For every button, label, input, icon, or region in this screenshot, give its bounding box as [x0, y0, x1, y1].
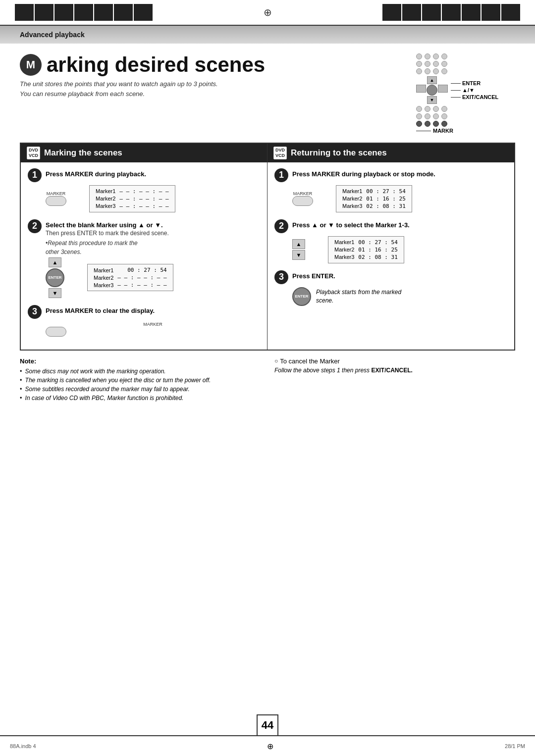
remote-btn: [416, 61, 422, 67]
ret-marker2-label: Marker2: [340, 195, 364, 202]
ret-step2-number: 2: [274, 219, 288, 233]
cancel-text: Follow the above steps 1 then press EXIT…: [274, 367, 515, 374]
remote-arrow-label-row: ▲/▼: [451, 87, 498, 93]
remote-nav-area: ▲ ▼ ENTER ▲/▼: [416, 76, 515, 104]
step1-marker-button-area: MARKER Marker1 — — : — — : — — Marker2 —…: [28, 185, 260, 212]
remote-labels: ENTER ▲/▼ EXIT/CANCEL: [451, 80, 498, 100]
remote-left-btn: [416, 85, 426, 93]
remote-buttons-bottom: [416, 106, 515, 127]
header-band: Advanced playback: [0, 26, 535, 44]
instruction-columns: DVDVCD Marking the scenes 1 Press MARKER…: [20, 143, 515, 351]
marker3-label: Marker3: [94, 202, 117, 210]
note-item-2: The marking is cancelled when you eject …: [20, 376, 261, 385]
marking-step2: 2 Select the blank Marker using ▲ or ▼. …: [28, 219, 260, 298]
top-bar-blocks-left: [0, 4, 153, 21]
ret-s2-marker2-value: 01 : 16 : 25: [356, 246, 399, 253]
label-line: [451, 97, 461, 98]
marking-step1: 1 Press MARKER during playback. MARKER M…: [28, 168, 260, 212]
label-line: [451, 83, 461, 84]
marker1-row: Marker1 00 : 27 : 54: [92, 266, 169, 274]
remote-btn: [433, 113, 439, 119]
note-col: Note: Some discs may not work with the m…: [20, 357, 268, 403]
cancel-title: ○ To cancel the Marker: [274, 357, 515, 365]
ret-step3-controls: ENTER Playback starts from the markedsce…: [292, 287, 507, 306]
down-arrow-btn: ▼: [49, 288, 61, 298]
ret-s2-marker1-value: 00 : 27 : 54: [356, 239, 399, 246]
remote-btn: [416, 53, 422, 59]
marker2-value: — — : — — : — —: [117, 195, 170, 202]
note-item-4: In case of Video CD with PBC, Marker fun…: [20, 394, 261, 403]
remote-btn: [433, 61, 439, 67]
remote-btn-dark: [416, 121, 422, 127]
remote-btn: [425, 61, 430, 67]
step3-header: 3 Press MARKER to clear the display.: [28, 305, 260, 319]
enter-btn: ENTER: [46, 268, 64, 287]
title-text: arking desired scenes: [47, 53, 265, 76]
ret-marker1-label: Marker1: [340, 188, 364, 195]
ret-marker1-value: 00 : 27 : 54: [364, 188, 407, 195]
top-bar-block: [94, 4, 113, 21]
top-bar-block: [134, 4, 153, 21]
remote-btn: [441, 68, 447, 74]
markr-label: MARKR: [433, 128, 453, 134]
ret-s2-marker3-value: 02 : 08 : 31: [356, 253, 399, 261]
top-bar-block: [35, 4, 54, 21]
main-content: M arking desired scenes The unit stores …: [0, 44, 535, 412]
remote-btn: [433, 68, 439, 74]
remote-btn: [425, 113, 430, 119]
top-bar-block: [114, 4, 133, 21]
marking-col: DVDVCD Marking the scenes 1 Press MARKER…: [21, 144, 268, 350]
dvd-badge-marking: DVDVCD: [27, 147, 40, 159]
bottom-right-text: 28/1 PM: [505, 743, 525, 749]
remote-btn: [441, 106, 447, 112]
remote-btn: [441, 61, 447, 67]
title-subtitle: The unit stores the points that you want…: [20, 79, 406, 99]
top-bar-block: [422, 4, 441, 21]
ret-step3-text: Press ENTER.: [292, 270, 335, 281]
remote-btn-dark: [425, 121, 430, 127]
markr-label-row: MARKR: [416, 128, 515, 134]
note-title: Note:: [20, 357, 261, 365]
step2-texts: Select the blank Marker using ▲ or ▼. Th…: [46, 219, 169, 237]
note-item-3: Some subtitles recorded around the marke…: [20, 385, 261, 394]
step2-marker-display: Marker1 00 : 27 : 54 Marker2 — — : — — :…: [87, 264, 173, 291]
ret-s2-marker3-label: Marker3: [332, 253, 356, 261]
note-item-4-text: In case of Video CD with PBC, Marker fun…: [25, 395, 184, 402]
exit-label: EXIT/CANCEL: [462, 94, 498, 100]
remote-btn: [416, 113, 422, 119]
ret-marker3-label: Marker3: [340, 202, 364, 210]
step2-header: 2 Select the blank Marker using ▲ or ▼. …: [28, 219, 260, 237]
step1-marker-display: Marker1 — — : — — : — — Marker2 — — : — …: [89, 185, 175, 212]
ret-marker2-row: Marker2 01 : 16 : 25: [340, 195, 408, 202]
ret-s2-marker1-label: Marker1: [332, 239, 356, 246]
ret-step2-arrows: ▲ ▼: [292, 239, 305, 260]
remote-down-btn: ▼: [427, 96, 437, 104]
step3-text: Press MARKER to clear the display.: [46, 305, 155, 315]
remote-diagram: ▲ ▼ ENTER ▲/▼: [416, 53, 515, 134]
step1-controls: MARKER: [46, 191, 66, 206]
marker1-value: — — : — — : — —: [117, 188, 170, 195]
ret-step1-controls: MARKER Marker1 00 : 27 : 54 Marker2 01 :…: [274, 185, 507, 212]
returning-col: DVDVCD Returning to the scenes 1 Press M…: [268, 144, 514, 350]
ret-step1-number: 1: [274, 168, 288, 182]
page-title: M arking desired scenes: [20, 53, 406, 76]
remote-enter-center-btn: [427, 85, 437, 96]
step2-note2: other 3cenes.: [46, 249, 260, 255]
step2-indent: •Repeat this procedure to mark the other…: [46, 240, 260, 255]
subtitle-line2: You can resume playback from each scene.: [20, 89, 406, 99]
remote-btn: [425, 68, 430, 74]
ret-s2-marker2-label: Marker2: [332, 246, 356, 253]
remote-btn: [425, 106, 430, 112]
step2-arrow-enter-group: ▲ ENTER ▼: [46, 257, 64, 298]
remote-btn: [441, 53, 447, 59]
marker1-row: Marker1 — — : — — : — —: [94, 188, 171, 195]
ret-s2-marker3-row: Marker3 02 : 08 : 31: [332, 253, 400, 261]
title-icon: M: [20, 54, 42, 76]
remote-btn: [416, 106, 422, 112]
ret-enter-btn: ENTER: [292, 287, 311, 306]
remote-arrow-pad: ▲ ▼: [416, 76, 448, 104]
remote-btn: [416, 68, 422, 74]
marker1-label: Marker1: [94, 188, 117, 195]
registration-mark-bottom: ⊕: [267, 742, 273, 751]
remote-up-btn: ▲: [427, 76, 437, 84]
